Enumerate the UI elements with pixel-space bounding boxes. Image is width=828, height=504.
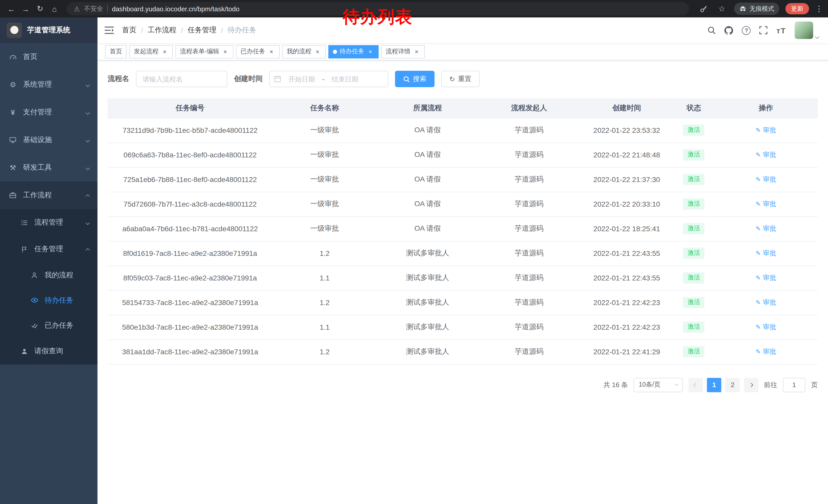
sidebar-item-leave-query[interactable]: 请假查询 [0, 338, 97, 365]
cell-task-name: 1.1 [273, 266, 377, 290]
breadcrumb-task-mgmt[interactable]: 任务管理 [188, 26, 216, 35]
cell-status: 激活 [673, 118, 714, 142]
prev-page-button[interactable] [689, 378, 703, 392]
breadcrumb-home[interactable]: 首页 [122, 26, 136, 35]
cell-create-time: 2022-01-21 22:42:23 [580, 315, 673, 339]
password-key-icon[interactable] [697, 3, 709, 15]
date-range-picker[interactable]: - [269, 71, 388, 87]
security-warning-icon: ⚠ [74, 5, 80, 12]
sidebar-item-label: 基础设施 [23, 135, 52, 145]
person-icon [19, 348, 29, 355]
check-icon [30, 322, 39, 329]
search-button-label: 搜索 [413, 74, 426, 84]
approve-link[interactable]: ✎ 审批 [756, 273, 776, 282]
sidebar-item-devtools[interactable]: ⚒ 研发工具 [0, 154, 97, 182]
user-menu[interactable] [795, 21, 819, 39]
cell-process: 测试多审批人 [377, 290, 479, 315]
search-icon[interactable] [708, 26, 716, 34]
tag-label: 首页 [110, 47, 122, 56]
start-date-input[interactable] [282, 75, 321, 83]
table-row: 580e1b3d-7ac8-11ec-a9e2-a2380e71991a 1.1… [108, 315, 818, 339]
chevron-down-icon [86, 136, 89, 144]
tag-close-icon[interactable]: × [268, 48, 275, 55]
sidebar-item-system[interactable]: ⚙ 系统管理 [0, 71, 97, 98]
approve-link[interactable]: ✎ 审批 [756, 322, 776, 332]
cell-status: 激活 [673, 142, 714, 167]
font-size-icon[interactable]: тT [777, 26, 786, 35]
approve-link[interactable]: ✎ 审批 [756, 347, 776, 356]
github-icon[interactable] [724, 26, 733, 35]
tag[interactable]: 待办任务 × [328, 45, 379, 58]
tag-close-icon[interactable]: × [161, 48, 168, 55]
cell-task-id: 8f059c03-7ac8-11ec-a9e2-a2380e71991a [108, 266, 273, 290]
edit-pen-icon: ✎ [756, 225, 761, 232]
tag[interactable]: 流程详情 × [381, 45, 425, 58]
header-task-name: 任务名称 [273, 98, 377, 118]
tag-close-icon[interactable]: × [413, 48, 420, 55]
approve-link[interactable]: ✎ 审批 [756, 150, 776, 159]
cell-task-name: 1.2 [273, 241, 377, 266]
approve-link[interactable]: ✎ 审批 [756, 126, 776, 135]
cell-action: ✎ 审批 [714, 192, 818, 216]
sidebar-item-todo-task[interactable]: 待办任务 [0, 288, 97, 313]
approve-link[interactable]: ✎ 审批 [756, 224, 776, 233]
cell-process: 测试多审批人 [377, 339, 479, 364]
status-badge: 激活 [683, 149, 705, 160]
approve-label: 审批 [763, 322, 776, 332]
app-logo[interactable]: 芋道管理系统 [0, 17, 97, 43]
next-page-button[interactable] [744, 378, 758, 392]
sidebar-item-done-task[interactable]: 已办任务 [0, 313, 97, 338]
page-size-select[interactable]: 10条/页 [633, 378, 683, 392]
tag-close-icon[interactable]: × [367, 48, 374, 55]
address-bar[interactable]: ⚠ 不安全 dashboard.yudao.iocoder.cn/bpm/tas… [67, 2, 689, 15]
cell-create-time: 2022-01-22 23:53:32 [580, 118, 673, 142]
home-icon[interactable]: ⌂ [48, 3, 60, 15]
approve-link[interactable]: ✎ 审批 [756, 175, 776, 184]
fullscreen-icon[interactable] [759, 26, 768, 34]
tag[interactable]: 我的流程 × [282, 45, 326, 58]
bookmark-star-icon[interactable]: ☆ [716, 3, 728, 15]
header-task-id: 任务编号 [108, 98, 273, 118]
tag-close-icon[interactable]: × [314, 48, 321, 55]
approve-link[interactable]: ✎ 审批 [756, 199, 776, 209]
tag-label: 我的流程 [287, 47, 312, 56]
forward-icon[interactable]: → [19, 3, 32, 15]
cell-task-name: 1.1 [273, 315, 377, 339]
page-1-button[interactable]: 1 [707, 378, 721, 392]
status-badge: 激活 [683, 125, 705, 136]
tag[interactable]: 发起流程 × [129, 45, 173, 58]
sidebar-item-my-process[interactable]: 我的流程 [0, 263, 97, 288]
status-badge: 激活 [683, 273, 705, 283]
end-date-input[interactable] [326, 75, 365, 83]
app-title: 芋道管理系统 [27, 26, 70, 35]
status-badge: 激活 [683, 248, 705, 259]
cell-action: ✎ 审批 [714, 142, 818, 167]
reset-button-label: 重置 [458, 74, 471, 84]
back-icon[interactable]: ← [5, 3, 17, 15]
tag[interactable]: 首页 × [105, 45, 127, 58]
page-2-button[interactable]: 2 [726, 378, 740, 392]
sidebar-item-payment[interactable]: ¥ 支付管理 [0, 98, 97, 126]
sidebar-item-workflow[interactable]: 工作流程 [0, 182, 97, 209]
chrome-update-button[interactable]: 更新 [785, 3, 809, 14]
approve-link[interactable]: ✎ 审批 [756, 249, 776, 258]
sidebar-item-task-mgmt[interactable]: 任务管理 [0, 236, 97, 263]
gear-icon: ⚙ [8, 81, 17, 89]
tag[interactable]: 流程表单-编辑 × [175, 45, 234, 58]
process-name-input[interactable] [136, 71, 227, 87]
sidebar-item-infra[interactable]: 基础设施 [0, 126, 97, 154]
breadcrumb-workflow[interactable]: 工作流程 [148, 26, 176, 35]
tag[interactable]: 已办任务 × [236, 45, 280, 58]
sidebar-collapse-icon[interactable] [105, 26, 114, 34]
sidebar-item-label: 流程管理 [34, 218, 63, 227]
search-button[interactable]: 搜索 [395, 71, 434, 87]
sidebar-item-home[interactable]: 首页 [0, 43, 97, 71]
reset-button[interactable]: ↻ 重置 [441, 71, 480, 87]
goto-page-input[interactable] [783, 378, 805, 392]
chrome-menu-icon[interactable]: ⋮ [815, 4, 823, 13]
tag-close-icon[interactable]: × [222, 48, 229, 55]
approve-link[interactable]: ✎ 审批 [756, 298, 776, 307]
help-icon[interactable]: ? [742, 26, 751, 35]
sidebar-item-process-mgmt[interactable]: 流程管理 [0, 209, 97, 236]
refresh-icon[interactable]: ↻ [34, 3, 46, 15]
